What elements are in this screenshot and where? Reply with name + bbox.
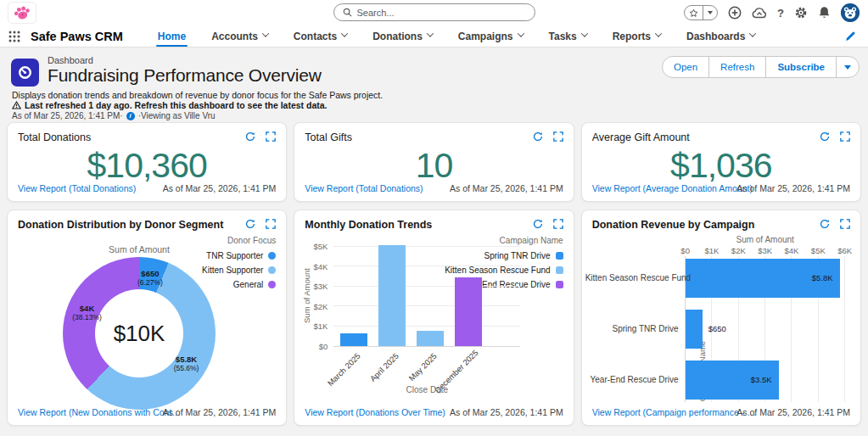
dashboard-actions: Open Refresh Subscribe <box>662 56 860 78</box>
category-label: Kitten Season Rescue Fund <box>585 273 679 282</box>
info-icon[interactable]: i <box>126 112 135 120</box>
donut-chart[interactable]: $10K $650(6.27%)$5.8K(55.6%)$4K(38.13%) <box>63 257 216 410</box>
bar-value-label: $650 <box>708 324 726 333</box>
subscribe-button[interactable]: Subscribe <box>765 57 836 77</box>
nav-tab-label: Accounts <box>211 31 258 42</box>
refresh-widget-icon[interactable] <box>533 219 543 229</box>
nav-tab-reports[interactable]: Reports <box>600 25 674 47</box>
dashboard-header: Dashboard Fundraising Performance Overvi… <box>0 48 868 119</box>
viewing-as-text: ·Viewing as Ville Vru <box>138 111 216 120</box>
campaign-chart-card: Donation Revenue by Campaign Sum of Amou… <box>581 210 861 426</box>
legend-swatch <box>268 252 276 260</box>
trend-chart-card: Monthly Donation Trends Campaign NameSpr… <box>294 210 574 426</box>
kpi-card-total-donations: Total Donations $10,360 View Report (Tot… <box>7 122 287 202</box>
expand-widget-icon[interactable] <box>840 219 850 229</box>
favorites-star-button[interactable] <box>685 6 703 20</box>
chevron-down-icon <box>749 30 756 36</box>
chevron-down-icon <box>844 65 851 70</box>
expand-widget-icon[interactable] <box>266 219 276 229</box>
nav-tab-donations[interactable]: Donations <box>360 25 445 47</box>
widget-title: Average Gift Amount <box>592 131 690 143</box>
app-name: Safe Paws CRM <box>31 30 123 43</box>
bar-spring-tnr-drive[interactable] <box>686 310 703 349</box>
x-tick-label: $6K <box>837 246 852 255</box>
dashboard-object-icon <box>11 59 39 87</box>
view-report-link[interactable]: View Report (Total Donations) <box>18 183 136 193</box>
user-avatar-button[interactable] <box>841 3 860 22</box>
refresh-widget-icon[interactable] <box>245 131 255 142</box>
nav-tab-accounts[interactable]: Accounts <box>199 25 281 47</box>
nav-tab-dashboards[interactable]: Dashboards <box>674 25 768 47</box>
kpi-value: $1,036 <box>582 146 860 186</box>
favorites-menu-button[interactable] <box>703 6 717 20</box>
legend-label: Kitten Supporter <box>202 266 263 275</box>
org-logo <box>8 2 36 24</box>
dashboard-description: Displays donation trends and breakdown o… <box>12 90 383 100</box>
expand-widget-icon[interactable] <box>266 131 276 142</box>
expand-widget-icon[interactable] <box>553 131 563 142</box>
kpi-row: Total Donations $10,360 View Report (Tot… <box>7 122 861 202</box>
dashboard-type-label: Dashboard <box>48 55 93 65</box>
setup-gear-button[interactable] <box>794 6 808 20</box>
nav-tab-tasks[interactable]: Tasks <box>536 25 600 47</box>
widget-title: Donation Distribution by Donor Segment <box>18 219 223 231</box>
bar-chart-plot: Sum of Amount $5K$4K$3K$2K$1K$0March 202… <box>333 246 520 346</box>
view-report-link[interactable]: View Report (New Donations with Contact … <box>18 407 185 417</box>
widget-title: Total Gifts <box>305 131 352 143</box>
slice-percent: (55.6%) <box>174 364 199 372</box>
app-launcher-waffle-icon[interactable] <box>8 31 20 42</box>
gridline <box>333 286 520 287</box>
widget-actions <box>245 131 276 142</box>
as-of-timestamp: As of Mar 25, 2026, 1:41 PM <box>163 183 277 193</box>
warning-triangle-icon <box>12 101 21 109</box>
bar-may-2025[interactable] <box>417 331 444 346</box>
legend-item[interactable]: General <box>202 280 276 289</box>
notifications-bell-button[interactable] <box>818 6 831 20</box>
global-actions-button[interactable] <box>728 6 742 20</box>
category-label: Spring TNR Drive <box>585 324 679 333</box>
refresh-widget-icon[interactable] <box>820 219 830 229</box>
expand-widget-icon[interactable] <box>553 219 563 229</box>
donut-total-label: $10K <box>114 321 165 347</box>
legend-item[interactable]: TNR Supporter <box>202 251 276 260</box>
bar-april-2025[interactable] <box>378 245 406 346</box>
refresh-widget-icon[interactable] <box>533 131 543 142</box>
bar-december-2025[interactable] <box>455 277 482 346</box>
more-actions-button[interactable] <box>836 57 859 77</box>
refresh-widget-icon[interactable] <box>820 131 830 142</box>
nav-tab-label: Tasks <box>549 31 577 42</box>
refresh-button[interactable]: Refresh <box>708 57 765 77</box>
widget-title: Monthly Donation Trends <box>305 219 432 231</box>
nav-tab-campaigns[interactable]: Campaigns <box>445 25 536 47</box>
refresh-widget-icon[interactable] <box>245 219 255 229</box>
x-tick-label: $4K <box>785 246 799 255</box>
search-input[interactable] <box>357 8 526 18</box>
view-report-link[interactable]: View Report (Campaign performance - Dona… <box>592 407 759 417</box>
y-tick-label: $5K <box>313 242 328 251</box>
bar-march-2025[interactable] <box>340 333 367 346</box>
guidance-center-button[interactable] <box>752 7 767 19</box>
legend-swatch <box>556 252 563 260</box>
help-button[interactable]: ? <box>777 7 784 20</box>
nav-tab-home[interactable]: Home <box>145 25 199 47</box>
edit-page-button[interactable] <box>845 31 860 42</box>
slice-value: $4K <box>72 305 102 314</box>
chevron-down-icon <box>517 30 524 36</box>
view-report-link[interactable]: View Report (Total Donations) <box>305 183 423 193</box>
kpi-card-total-gifts: Total Gifts 10 View Report (Total Donati… <box>294 122 574 202</box>
nav-tab-contacts[interactable]: Contacts <box>281 25 360 47</box>
x-tick-label: $5K <box>811 246 826 255</box>
as-of-timestamp: As of Mar 25, 2026, 1:41 PM <box>450 407 563 417</box>
nav-tab-label: Reports <box>613 31 651 42</box>
open-button[interactable]: Open <box>663 57 708 77</box>
y-tick-label: $1K <box>313 321 328 331</box>
legend-item[interactable]: Kitten Supporter <box>202 266 276 275</box>
category-label: Year-End Rescue Drive <box>585 375 679 384</box>
expand-widget-icon[interactable] <box>840 131 850 142</box>
view-report-link[interactable]: View Report (Average Donation Amount) <box>592 183 753 193</box>
legend-label: TNR Supporter <box>206 251 263 260</box>
slice-value: $5.8K <box>174 355 199 364</box>
view-report-link[interactable]: View Report (Donations Over Time) <box>305 407 445 417</box>
as-of-text: As of Mar 25, 2026, 1:41 PM· <box>12 111 123 120</box>
chevron-down-icon <box>262 30 269 36</box>
